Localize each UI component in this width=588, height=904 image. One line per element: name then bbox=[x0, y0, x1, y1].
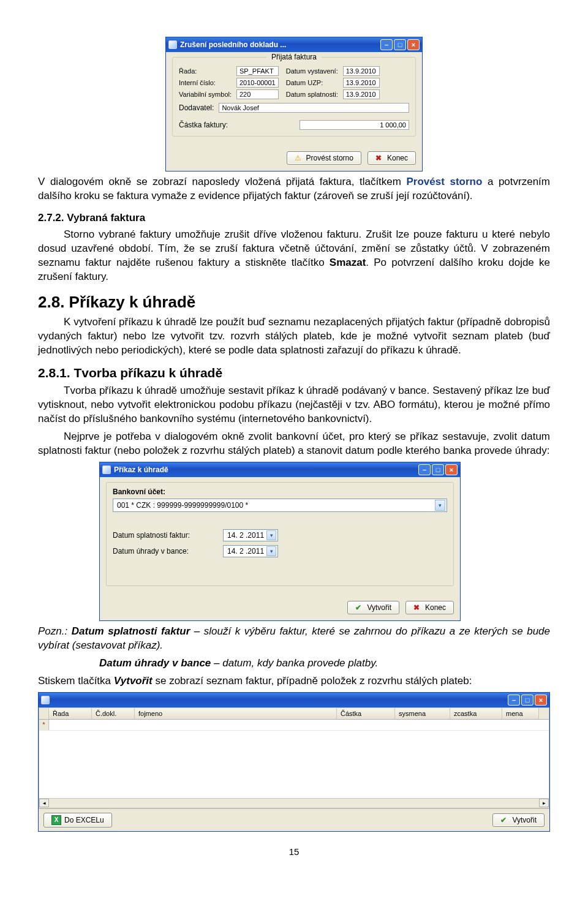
fieldset-faktura: Přijatá faktura Řada: SP_PFAKT Interní č… bbox=[172, 57, 416, 137]
konec-button[interactable]: Konec bbox=[405, 601, 454, 614]
date-value: 14. 2 .2011 bbox=[227, 547, 264, 556]
chevron-down-icon[interactable]: ▾ bbox=[435, 500, 445, 511]
col-sysmena[interactable]: sysmena bbox=[395, 708, 450, 719]
value-dodavatel: Novák Josef bbox=[219, 103, 409, 113]
minimize-icon[interactable]: – bbox=[380, 39, 393, 50]
warning-icon bbox=[295, 154, 303, 162]
value-interni: 2010-00001 bbox=[236, 78, 279, 88]
value-rada: SP_PFAKT bbox=[236, 66, 279, 76]
provest-storno-button[interactable]: Provést storno bbox=[287, 151, 361, 165]
account-select[interactable]: 001 * CZK : 999999-9999999999/0100 * ▾ bbox=[113, 499, 447, 512]
check-icon bbox=[500, 816, 509, 824]
window-title: Zrušení posledního dokladu ... bbox=[180, 40, 380, 49]
dialog-table: – □ × Řada Č.dokl. fojmeno Částka sysmen… bbox=[38, 692, 550, 832]
horizontal-scrollbar[interactable]: ◂ ▸ bbox=[39, 798, 549, 808]
scroll-left-icon[interactable]: ◂ bbox=[39, 799, 49, 807]
minimize-icon[interactable]: – bbox=[508, 695, 520, 706]
heading-28: 2.8. Příkazy k úhradě bbox=[38, 293, 550, 312]
heading-272: 2.7.2. Vybraná faktura bbox=[38, 212, 550, 224]
check-icon bbox=[355, 603, 364, 612]
paragraph: V dialogovém okně se zobrazí naposledy v… bbox=[38, 175, 550, 203]
button-label: Konec bbox=[425, 603, 446, 612]
col-rada[interactable]: Řada bbox=[49, 708, 92, 719]
window-title: Příkaz k úhradě bbox=[114, 465, 418, 474]
button-label: Konec bbox=[387, 154, 408, 162]
note: Pozn.: Datum splatnosti faktur – slouží … bbox=[38, 625, 550, 653]
app-icon bbox=[168, 40, 177, 49]
heading-281: 2.8.1. Tvorba příkazu k úhradě bbox=[38, 366, 550, 380]
value-duzp: 13.9.2010 bbox=[343, 78, 380, 88]
dialog-prikaz: Příkaz k úhradě – □ × Bankovní účet: 001… bbox=[99, 462, 461, 621]
table-header: Řada Č.dokl. fojmeno Částka sysmena zcas… bbox=[39, 708, 549, 720]
value-dspl: 13.9.2010 bbox=[343, 89, 380, 99]
label-dvyst: Datum vystavení: bbox=[286, 67, 338, 75]
vytvorit-button[interactable]: Vytvořit bbox=[492, 813, 545, 827]
button-label: Do EXCELu bbox=[64, 816, 104, 824]
label-rada: Řada: bbox=[179, 67, 232, 75]
col-fojmeno[interactable]: fojmeno bbox=[135, 708, 337, 719]
konec-button[interactable]: Konec bbox=[368, 151, 416, 165]
button-label: Provést storno bbox=[306, 154, 353, 162]
value-varsym: 220 bbox=[236, 89, 279, 99]
value-castka: 1 000,00 bbox=[300, 120, 409, 130]
select-value: 001 * CZK : 999999-9999999999/0100 * bbox=[117, 501, 248, 510]
date-splatnost-input[interactable]: 14. 2 .2011 ▾ bbox=[223, 529, 278, 541]
date-value: 14. 2 .2011 bbox=[227, 531, 264, 540]
row-marker-icon: * bbox=[39, 720, 49, 730]
close-icon[interactable]: × bbox=[407, 39, 420, 50]
titlebar[interactable]: Příkaz k úhradě – □ × bbox=[100, 462, 460, 477]
app-icon bbox=[41, 696, 50, 704]
minimize-icon[interactable]: – bbox=[418, 464, 431, 475]
maximize-icon[interactable]: □ bbox=[394, 39, 406, 50]
button-label: Vytvořit bbox=[512, 816, 537, 824]
fieldset-ucet: Bankovní účet: 001 * CZK : 999999-999999… bbox=[106, 482, 454, 586]
col-zcastka[interactable]: zcastka bbox=[450, 708, 502, 719]
note: Datum úhrady v bance – datum, kdy banka … bbox=[38, 657, 550, 671]
label-duzp: Datum UZP: bbox=[286, 79, 338, 86]
paragraph: Storno vybrané faktury umožňuje zrušit d… bbox=[38, 228, 550, 284]
value-dvyst: 13.9.2010 bbox=[343, 66, 380, 76]
label-uhrada: Datum úhrady v bance: bbox=[113, 547, 217, 556]
table[interactable]: Řada Č.dokl. fojmeno Částka sysmena zcas… bbox=[39, 707, 549, 808]
fieldset-legend: Přijatá faktura bbox=[266, 53, 322, 61]
col-mena[interactable]: mena bbox=[502, 708, 539, 719]
close-icon[interactable]: × bbox=[535, 695, 547, 706]
paragraph: K vytvoření příkazu k úhradě lze použít … bbox=[38, 315, 550, 358]
col-castka[interactable]: Částka bbox=[337, 708, 395, 719]
label-varsym: Variabilní symbol: bbox=[179, 91, 232, 98]
excel-icon bbox=[51, 815, 61, 825]
close-icon bbox=[375, 154, 384, 162]
titlebar[interactable]: – □ × bbox=[39, 693, 549, 707]
label-castka: Částka faktury: bbox=[179, 121, 295, 129]
table-row[interactable]: * bbox=[39, 720, 549, 731]
label-interni: Interní číslo: bbox=[179, 79, 232, 86]
label-dodavatel: Dodavatel: bbox=[179, 104, 214, 112]
paragraph: Tvorba příkazu k úhradě umožňuje sestavi… bbox=[38, 384, 550, 426]
vytvorit-button[interactable]: Vytvořit bbox=[347, 601, 399, 614]
col-cdokl[interactable]: Č.dokl. bbox=[92, 708, 135, 719]
close-icon[interactable]: × bbox=[445, 464, 458, 475]
scroll-right-icon[interactable]: ▸ bbox=[539, 799, 549, 807]
page-number: 15 bbox=[38, 846, 550, 857]
export-excel-button[interactable]: Do EXCELu bbox=[43, 813, 112, 827]
app-icon bbox=[102, 465, 111, 474]
label-dspl: Datum splatnosti: bbox=[286, 91, 338, 98]
paragraph: Stiskem tlačítka Vytvořit se zobrazí sez… bbox=[38, 674, 550, 688]
paragraph: Nejprve je potřeba v dialogovém okně zvo… bbox=[38, 430, 550, 458]
date-uhrada-input[interactable]: 14. 2 .2011 ▾ bbox=[223, 545, 278, 557]
titlebar[interactable]: Zrušení posledního dokladu ... – □ × bbox=[166, 37, 422, 52]
label-splatnost: Datum splatnosti faktur: bbox=[113, 531, 217, 540]
chevron-down-icon[interactable]: ▾ bbox=[266, 530, 276, 540]
button-label: Vytvořit bbox=[367, 603, 391, 612]
maximize-icon[interactable]: □ bbox=[521, 695, 533, 706]
maximize-icon[interactable]: □ bbox=[432, 464, 444, 475]
dialog-storno: Zrušení posledního dokladu ... – □ × Při… bbox=[165, 37, 423, 171]
chevron-down-icon[interactable]: ▾ bbox=[266, 546, 276, 556]
close-icon bbox=[413, 603, 422, 612]
label-account: Bankovní účet: bbox=[113, 488, 447, 496]
